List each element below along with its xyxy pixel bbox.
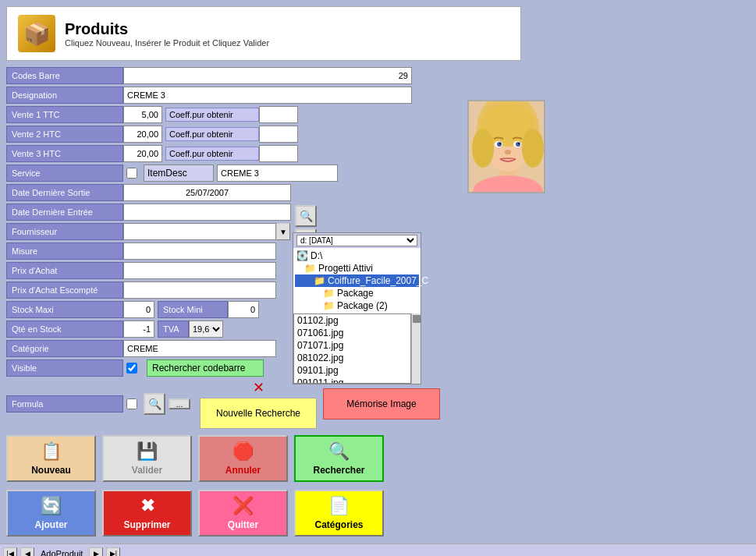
vente3-input[interactable] [127,149,158,158]
tva-label: TVA [158,320,189,338]
vente2-coeff-input[interactable] [263,129,294,139]
stock-maxi-input[interactable] [127,305,151,314]
categories-button[interactable]: 📄 Catégories [294,490,384,537]
service-checkbox[interactable] [126,168,137,179]
valider-button[interactable]: 💾 Valider [102,435,192,482]
ajouter-label: Ajouter [35,519,68,530]
vente2-coeff-label: Coeff.pur obtenir [165,127,259,141]
item-desc-input[interactable] [221,168,334,178]
categorie-input[interactable] [127,344,272,353]
nav-prev-btn[interactable]: ◀ [20,547,34,557]
visible-checkbox[interactable] [126,363,137,374]
nav-first-btn[interactable]: |◀ [3,547,17,557]
misure-input[interactable] [127,246,272,256]
prix-achat-input[interactable] [127,266,272,275]
vente3-label: Vente 3 HTC [6,145,123,162]
tree-item-d[interactable]: 💽 D:\ [295,250,419,262]
nouvelle-recherche-btn[interactable]: Nouvelle Recherche [200,398,317,429]
header-card: 📦 Produits Cliquez Nouveau, Insérer le P… [6,6,521,61]
nav-next-btn[interactable]: ▶ [89,547,103,557]
annuler-button[interactable]: 🛑 Annuler [198,435,288,482]
vente2-input[interactable] [127,129,158,139]
rechercher-codebarre-btn[interactable]: Rechercher codebarre [147,359,264,377]
nouvelle-recherche-x-icon[interactable]: ✕ [253,379,264,396]
item-desc-label-container: ItemDesc [144,165,214,182]
svg-point-13 [518,143,520,144]
prix-achat-escompte-input[interactable] [127,285,272,295]
drive-icon: 💽 [296,250,308,261]
svg-point-7 [522,129,544,168]
misure-label: Misure [6,243,123,260]
file-item-01102[interactable]: 01102.jpg [294,314,410,327]
stock-maxi-label: Stock Maxi [6,301,123,318]
record-name: AdoProduit [37,549,86,557]
fournisseur-input[interactable] [127,227,272,236]
date-sortie-input-container [123,184,291,201]
tva-select[interactable]: 19,6 5,5 0 [189,320,223,338]
vente3-coeff-input[interactable] [263,149,294,158]
formula-ellipsis-btn[interactable]: ... [169,398,190,409]
svg-point-14 [505,150,511,154]
file-item-091011[interactable]: 091011.jpg [294,377,410,384]
scrollbar-thumb [413,315,421,323]
vente1-label: Vente 1 TTC [6,106,123,123]
drive-select[interactable]: d: [DATA] [296,235,417,246]
rechercher-codebarre-label: Rechercher codebarre [152,363,245,374]
page-title: Produits [65,20,269,38]
supprimer-button[interactable]: ✖ Supprimer [102,490,192,537]
stock-mini-input[interactable] [232,305,255,314]
rechercher-icon: 🔍 [328,441,350,462]
formula-row: Formula 🔍 ... ✕ Nouvelle Recherche Mémor… [6,379,750,429]
vente1-input[interactable] [127,110,158,119]
svg-point-10 [497,142,502,147]
vente2-label: Vente 2 HTC [6,126,123,143]
nouveau-button[interactable]: 📋 Nouveau [6,435,96,482]
vente1-coeff-input[interactable] [263,110,294,119]
file-item-071071[interactable]: 071071.jpg [294,339,410,352]
folder-icon: 📁 [314,275,325,286]
codes-barre-input[interactable] [127,71,408,80]
folder-icon: 📁 [323,288,335,299]
nav-last-btn[interactable]: ▶| [106,547,120,557]
page-subtitle: Cliquez Nouveau, Insérer le Produit et C… [65,38,269,48]
supprimer-label: Supprimer [123,519,170,530]
quitter-button[interactable]: ❌ Quitter [198,490,288,537]
tree-item-package2[interactable]: 📁 Package (2) [295,299,419,312]
file-list: 01102.jpg 071061.jpg 071071.jpg 081022.j… [293,313,411,384]
date-sortie-input[interactable] [127,188,287,197]
fournisseur-dropdown-arrow[interactable]: ▼ [276,223,290,240]
file-scrollbar[interactable] [411,313,421,384]
tree-item-progetti[interactable]: 📁 Progetti Attivi [295,262,419,274]
visible-label: Visible [6,359,123,377]
search-magnifier-btn[interactable]: 🔍 [295,205,317,227]
vente1-coeff-input-container [259,106,298,123]
ajouter-button[interactable]: 🔄 Ajouter [6,490,96,537]
vente1-coeff-label: Coeff.pur obtenir [165,108,259,122]
memorise-image-btn[interactable]: Mémorise Image [323,388,440,420]
date-entree-input[interactable] [127,207,287,217]
ajouter-icon: 🔄 [41,496,62,516]
vente2-row: Vente 2 HTC Coeff.pur obtenir [6,126,750,143]
formula-search-icon[interactable]: 🔍 [144,393,165,415]
product-photo [467,100,545,193]
fournisseur-input-container [123,223,276,240]
date-entree-input-container [123,204,291,221]
tree-item-package[interactable]: 📁 Package [295,287,419,299]
file-browser: d: [DATA] 💽 D:\ 📁 Progetti Attivi 📁 Coif… [293,232,421,384]
vente1-input-container [123,106,162,123]
designation-input[interactable] [127,90,408,100]
date-sortie-label: Date Dernière Sortie [6,184,123,201]
fournisseur-label: Fournisseur [6,223,123,240]
designation-input-container [123,87,412,104]
categories-icon: 📄 [328,496,350,516]
tree-item-coiffure[interactable]: 📁 Coiffure_Facile_2007_C [295,274,419,287]
formula-checkbox[interactable] [126,398,137,409]
file-item-09101[interactable]: 09101.jpg [294,364,410,377]
date-sortie-row: Date Dernière Sortie [6,184,750,201]
date-entree-row: Date Dernière Entrée [6,204,750,221]
misure-input-container [123,243,276,260]
file-item-071061[interactable]: 071061.jpg [294,327,410,339]
qte-stock-input[interactable] [127,324,151,334]
rechercher-button[interactable]: 🔍 Rechercher [294,435,384,482]
file-item-081022[interactable]: 081022.jpg [294,352,410,364]
